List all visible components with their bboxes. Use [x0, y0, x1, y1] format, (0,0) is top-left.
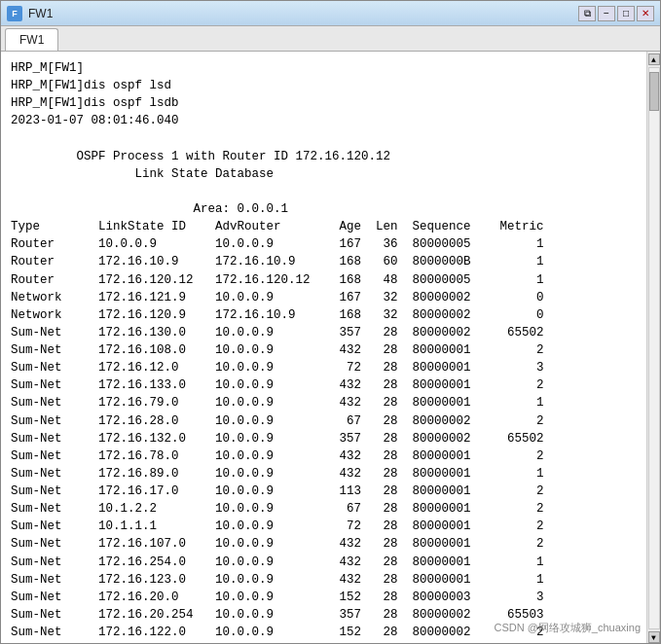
title-bar: F FW1 ⧉ − □ ✕ [1, 1, 660, 26]
fw1-tab[interactable]: FW1 [5, 28, 58, 51]
scroll-down-arrow[interactable]: ▼ [648, 631, 660, 643]
content-area: HRP_M[FW1] HRP_M[FW1]dis ospf lsd HRP_M[… [1, 52, 660, 643]
app-icon: F [7, 6, 22, 21]
main-window: F FW1 ⧉ − □ ✕ FW1 HRP_M[FW1] HRP_M[FW1]d… [0, 0, 661, 644]
scroll-up-arrow[interactable]: ▲ [648, 54, 660, 65]
close-button[interactable]: ✕ [637, 6, 654, 21]
tab-bar: FW1 [1, 26, 660, 52]
title-buttons: ⧉ − □ ✕ [578, 6, 654, 21]
terminal-output[interactable]: HRP_M[FW1] HRP_M[FW1]dis ospf lsd HRP_M[… [1, 52, 646, 643]
restore-button[interactable]: ⧉ [578, 6, 596, 21]
watermark: CSDN @网络攻城狮_chuaxing [494, 621, 641, 635]
minimize-button[interactable]: − [598, 6, 615, 21]
window-title: FW1 [28, 7, 53, 20]
scroll-track[interactable] [648, 67, 660, 629]
title-bar-left: F FW1 [7, 6, 53, 21]
scroll-thumb[interactable] [649, 72, 659, 111]
scrollbar[interactable]: ▲ ▼ [646, 52, 660, 643]
maximize-button[interactable]: □ [617, 6, 635, 21]
